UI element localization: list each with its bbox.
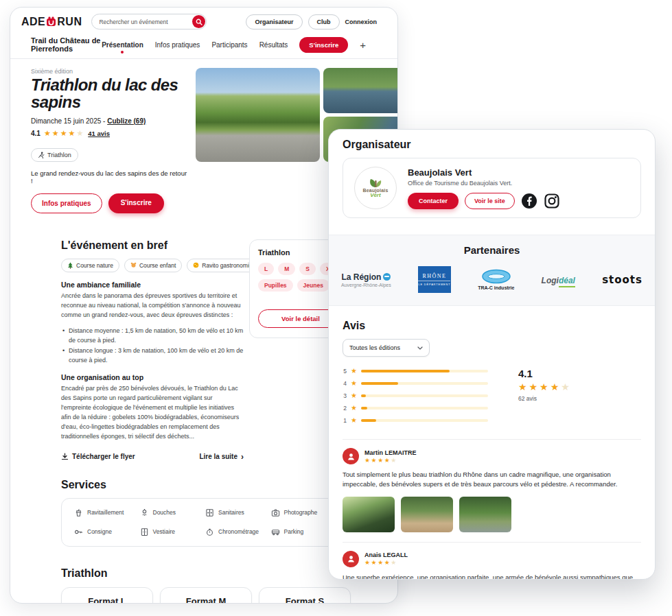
download-flyer-link[interactable]: Télécharger le flyer [61, 453, 135, 460]
event-location-link[interactable]: Cublize (69) [107, 117, 146, 125]
partner-trac[interactable]: TRA-C industrie [478, 269, 514, 290]
child-icon [130, 262, 137, 268]
leaf-icon [369, 178, 382, 188]
toilet-icon [205, 508, 214, 517]
reviews-count-link[interactable]: 41 avis [88, 130, 110, 137]
service-label: Chronométrage [218, 528, 259, 535]
aid-station-icon [74, 508, 83, 517]
hero-signup-button[interactable]: S'inscrire [108, 193, 164, 213]
format-card-l: Format L Dimanche 15 juin 2025 à 8h Tria… [61, 587, 153, 604]
organizer-logo: Beaujolais Vert [354, 167, 397, 209]
service-label: Ravitaillement [87, 509, 124, 516]
tab-infos-pratiques[interactable]: Infos pratiques [155, 41, 200, 49]
review-photo[interactable] [459, 497, 511, 532]
rating-distribution: 5★ 4★ 3★ 2★ [343, 368, 488, 429]
reviews-count: 62 avis [518, 395, 572, 402]
pill-format-jeunes[interactable]: Jeunes [297, 279, 329, 292]
tab-participants[interactable]: Participants [211, 41, 247, 49]
avatar [343, 551, 359, 567]
pill-format-m[interactable]: M [278, 263, 295, 275]
event-rating: 4.1 ★★★★★ 41 avis [31, 130, 187, 137]
review-item: Anais LEGALL ★★★★★ Une superbe expérienc… [343, 542, 641, 580]
logo-text-pre: ADE [21, 16, 45, 28]
review-photo[interactable] [343, 497, 395, 532]
star-icon: ★ [351, 368, 357, 375]
category-badge: Triathlon [31, 148, 78, 162]
pill-format-pupilles[interactable]: Pupilles [258, 279, 293, 292]
header-actions: Organisateur Club Connexion [246, 14, 377, 29]
chevron-right-icon: › [241, 453, 244, 461]
service-chronometrage: Chronométrage [205, 528, 266, 536]
partner-logideal[interactable]: Logidéal [542, 274, 575, 286]
service-ravitaillement: Ravitaillement [74, 508, 135, 517]
website-button[interactable]: Voir le site [465, 193, 515, 209]
partner-subtitle: Auvergne-Rhône-Alpes [341, 283, 391, 287]
star-icon: ★ [351, 405, 357, 412]
service-vestiaire: Vestiaire [140, 528, 200, 536]
brief-paragraph-2: Encadré par près de 250 bénévoles dévoué… [61, 384, 244, 442]
triathlon-icon [38, 152, 45, 158]
category-badge-label: Triathlon [47, 152, 71, 158]
hero-photo-cyclists[interactable] [196, 68, 320, 162]
star-icon: ★ [351, 392, 357, 399]
pill-format-s[interactable]: S [299, 263, 316, 275]
service-label: Vestiaire [153, 528, 176, 535]
adeorun-logo[interactable]: ADE RUN [21, 16, 82, 28]
feature-badges: Course nature Course enfant Ravito gastr… [61, 259, 244, 272]
instagram-icon[interactable] [544, 193, 560, 209]
wardrobe-icon [140, 528, 149, 536]
service-label: Photographe [284, 509, 318, 516]
partner-subtitle: LE DÉPARTEMENT [418, 281, 450, 286]
format-card-s: Format S Dimanche 15 juin 2025 à 10h Tri… [259, 587, 351, 604]
download-icon [61, 453, 69, 460]
service-photographe: Photographe [271, 508, 332, 517]
tab-presentation[interactable]: Présentation [102, 41, 143, 49]
plus-icon[interactable]: + [360, 40, 366, 50]
badge-label: Course enfant [139, 262, 176, 269]
hero-photo-lake[interactable] [323, 68, 398, 113]
search-input[interactable] [91, 14, 207, 29]
row-label: 3 [343, 392, 347, 399]
shower-icon [140, 508, 149, 517]
partner-name: RHÔNE [422, 273, 446, 279]
service-parking: Parking [271, 528, 332, 536]
search-bar [91, 14, 207, 29]
locker-icon [74, 528, 83, 536]
list-item: Distance moyenne : 1,5 km de natation, 5… [61, 326, 244, 346]
review-item: Martin LEMAITRE ★★★★★ Tout simplement le… [343, 439, 641, 532]
facebook-icon[interactable] [521, 193, 537, 209]
format-title: Format M [167, 596, 244, 604]
pill-format-l[interactable]: L [258, 263, 274, 275]
review-photo[interactable] [401, 497, 453, 532]
distribution-row-1: 1★ [343, 417, 488, 424]
organizer-heading: Organisateur [329, 130, 655, 158]
partner-rhone[interactable]: RHÔNE LE DÉPARTEMENT [418, 266, 451, 293]
star-icon: ★ [351, 417, 357, 424]
rating-stars: ★★★★★ [44, 130, 84, 137]
organizer-panel: Organisateur Beaujolais Vert Beaujolais … [328, 129, 656, 580]
badge-course-enfant: Course enfant [124, 259, 182, 272]
service-douches: Douches [140, 508, 200, 517]
download-flyer-label: Télécharger le flyer [72, 453, 135, 460]
login-link[interactable]: Connexion [345, 19, 378, 25]
partner-la-region[interactable]: La Région Auvergne-Rhône-Alpes [341, 272, 391, 287]
service-sanitaires: Sanitaires [205, 508, 266, 517]
tab-resultats[interactable]: Résultats [259, 41, 288, 49]
format-title: Format S [266, 596, 343, 604]
contact-button[interactable]: Contacter [408, 193, 459, 209]
reviews-heading: Avis [343, 320, 641, 332]
edition-filter-value: Toutes les éditions [349, 344, 400, 351]
format-title: Format L [69, 596, 146, 604]
event-title: Triathlon du lac des sapins [31, 77, 187, 111]
register-button[interactable]: S'inscrire [299, 37, 348, 53]
edition-filter-select[interactable]: Toutes les éditions [343, 339, 430, 357]
logo-mark-icon [46, 16, 56, 27]
infos-pratiques-button[interactable]: Infos pratiques [31, 193, 102, 213]
rating-summary: 4.1 ★★★★★ 62 avis [518, 368, 572, 429]
organizer-button[interactable]: Organisateur [246, 14, 302, 29]
read-more-link[interactable]: Lire la suite › [199, 453, 244, 461]
user-icon [347, 452, 356, 461]
event-tagline: Le grand rendez-vous du lac des sapins d… [31, 169, 187, 185]
club-button[interactable]: Club [308, 14, 340, 29]
partner-stoots[interactable]: stoots [602, 274, 642, 286]
